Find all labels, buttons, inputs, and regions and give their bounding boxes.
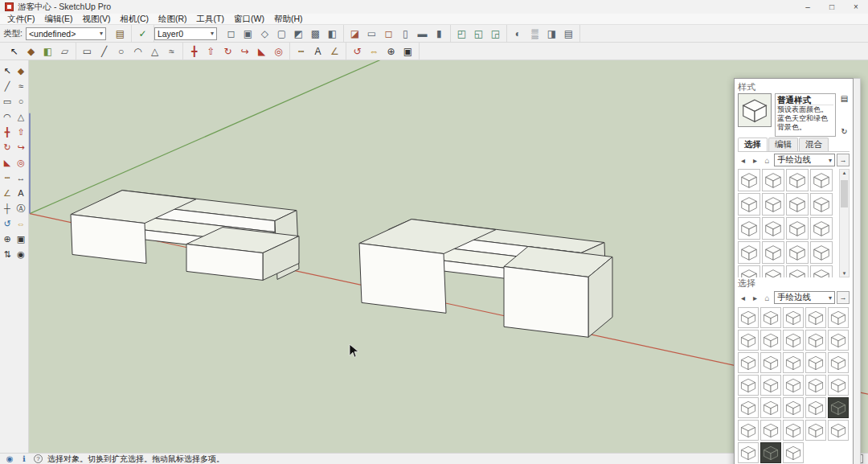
refresh-icon[interactable]: ↻ bbox=[841, 127, 847, 136]
style-collection-dropdown-1[interactable]: 手绘边线 ▾ bbox=[774, 154, 835, 166]
menu-file[interactable]: 文件(F) bbox=[2, 14, 39, 25]
make-component-icon[interactable]: ◆ bbox=[14, 64, 28, 78]
layer-dropdown[interactable]: Layer0 ▾ bbox=[154, 27, 217, 40]
polygon-icon[interactable]: △ bbox=[146, 43, 163, 59]
protractor-icon[interactable]: ∠ bbox=[326, 43, 343, 59]
shadows-toggle-icon[interactable]: ◐ bbox=[510, 26, 526, 41]
textured-mode-icon[interactable]: ▩ bbox=[307, 26, 324, 41]
rotate-icon[interactable]: ↻ bbox=[1, 140, 14, 154]
freehand-icon[interactable]: ≈ bbox=[14, 79, 28, 93]
rectangle-icon[interactable]: ▭ bbox=[79, 43, 96, 59]
style-thumbnail[interactable] bbox=[762, 217, 784, 240]
line-icon[interactable]: ╱ bbox=[1, 79, 14, 93]
section-cuts-icon[interactable]: ◱ bbox=[470, 26, 487, 41]
move-icon[interactable]: ╋ bbox=[186, 43, 203, 59]
arc-icon[interactable]: ◠ bbox=[1, 109, 14, 124]
scale-icon[interactable]: ◣ bbox=[1, 155, 14, 170]
style-thumbnail[interactable] bbox=[783, 330, 804, 351]
line-icon[interactable]: ╱ bbox=[96, 43, 113, 59]
zoom-extents-icon[interactable]: ▣ bbox=[14, 232, 28, 246]
style-thumbnail[interactable] bbox=[760, 397, 781, 418]
home-icon[interactable]: ⌂ bbox=[762, 294, 772, 302]
style-thumbnail[interactable] bbox=[760, 307, 781, 328]
iso-view-icon[interactable]: ◪ bbox=[346, 26, 363, 41]
style-thumbnail[interactable] bbox=[783, 307, 804, 328]
forward-arrow-icon[interactable]: ▸ bbox=[750, 156, 760, 165]
offset-icon[interactable]: ◎ bbox=[270, 43, 287, 59]
menu-window[interactable]: 窗口(W) bbox=[229, 14, 269, 25]
style-thumbnail[interactable] bbox=[828, 397, 849, 418]
polygon-icon[interactable]: △ bbox=[14, 109, 28, 124]
left-view-icon[interactable]: ▮ bbox=[431, 26, 448, 41]
right-view-icon[interactable]: ▯ bbox=[397, 26, 414, 41]
circle-icon[interactable]: ○ bbox=[14, 94, 28, 109]
info-icon[interactable]: ℹ bbox=[19, 454, 29, 463]
make-component-icon[interactable]: ◆ bbox=[23, 43, 39, 59]
follow-me-icon[interactable]: ↪ bbox=[14, 140, 28, 154]
style-thumbnail[interactable] bbox=[828, 420, 849, 441]
tape-measure-icon[interactable]: ┅ bbox=[293, 43, 309, 59]
style-thumbnail[interactable] bbox=[828, 330, 849, 351]
back-view-icon[interactable]: ▬ bbox=[414, 26, 431, 41]
orbit-icon[interactable]: ↺ bbox=[349, 43, 366, 59]
move-icon[interactable]: ╋ bbox=[1, 125, 14, 139]
top-view-icon[interactable]: ▭ bbox=[363, 26, 380, 41]
style-thumbnail[interactable] bbox=[805, 352, 826, 373]
model-right[interactable] bbox=[359, 220, 612, 338]
style-thumbnail[interactable] bbox=[762, 241, 784, 264]
shaded-mode-icon[interactable]: ◩ bbox=[290, 26, 307, 41]
style-thumbnail[interactable] bbox=[760, 442, 781, 463]
dimension-icon[interactable]: ↔ bbox=[14, 170, 28, 185]
style-thumbnail[interactable] bbox=[738, 442, 759, 463]
style-thumbnail[interactable] bbox=[760, 375, 781, 396]
close-button[interactable]: × bbox=[844, 0, 868, 14]
menu-edit[interactable]: 编辑(E) bbox=[39, 14, 77, 25]
scroll-up-icon[interactable]: ▴ bbox=[843, 170, 846, 176]
rectangle-icon[interactable]: ▭ bbox=[1, 94, 14, 109]
text-icon[interactable]: A bbox=[309, 43, 326, 59]
wireframe-mode-icon[interactable]: ◇ bbox=[256, 26, 273, 41]
back-arrow-icon[interactable]: ◂ bbox=[738, 156, 748, 165]
style-thumbnail[interactable] bbox=[760, 352, 781, 373]
style-thumbnail[interactable] bbox=[805, 397, 826, 418]
hidden-line-mode-icon[interactable]: ▢ bbox=[273, 26, 290, 41]
follow-me-icon[interactable]: ↪ bbox=[236, 43, 253, 59]
current-style-thumbnail[interactable] bbox=[738, 93, 772, 127]
scale-icon[interactable]: ◣ bbox=[253, 43, 270, 59]
paint-bucket-icon[interactable]: ◧ bbox=[39, 43, 56, 59]
circle-icon[interactable]: ○ bbox=[113, 43, 129, 59]
style-thumbnail[interactable] bbox=[762, 169, 784, 191]
monochrome-mode-icon[interactable]: ◧ bbox=[324, 26, 341, 41]
style-thumbnail[interactable] bbox=[783, 352, 804, 373]
style-thumbnail[interactable] bbox=[760, 420, 781, 441]
pan-icon[interactable]: ⇔ bbox=[366, 43, 383, 59]
style-name-field[interactable]: 普通样式 bbox=[777, 95, 833, 105]
style-thumbnail[interactable] bbox=[738, 217, 760, 240]
apply-style-icon[interactable]: ▤ bbox=[112, 26, 129, 41]
type-dropdown[interactable]: <undefined> ▾ bbox=[26, 27, 106, 40]
style-thumbnail[interactable] bbox=[760, 330, 781, 351]
tab-edit[interactable]: 编辑 bbox=[768, 138, 798, 151]
style-thumbnail[interactable] bbox=[783, 420, 804, 441]
style-thumbnail[interactable] bbox=[786, 265, 809, 277]
menu-draw[interactable]: 绘图(R) bbox=[154, 14, 192, 25]
rotate-icon[interactable]: ↻ bbox=[219, 43, 236, 59]
axes-icon[interactable]: ┼ bbox=[1, 201, 14, 216]
style-thumbnail[interactable] bbox=[810, 193, 833, 216]
look-around-icon[interactable]: ◉ bbox=[14, 247, 28, 261]
style-thumbnail[interactable] bbox=[786, 241, 809, 264]
fog-toggle-icon[interactable]: ▒ bbox=[526, 26, 543, 41]
pan-icon[interactable]: ⇔ bbox=[14, 216, 28, 231]
style-thumbnail[interactable] bbox=[810, 265, 833, 277]
scrollbar-thumb[interactable] bbox=[841, 180, 848, 207]
style-thumbnail[interactable] bbox=[786, 217, 809, 240]
style-thumbnail[interactable] bbox=[805, 420, 826, 441]
style-thumbnail[interactable] bbox=[738, 397, 759, 418]
details-menu-icon[interactable]: ▤ bbox=[841, 94, 848, 103]
zoom-icon[interactable]: ⊕ bbox=[383, 43, 399, 59]
styles-grid-scrollbar[interactable]: ▴ ▾ bbox=[839, 169, 850, 277]
style-thumbnail[interactable] bbox=[762, 193, 784, 216]
arc-icon[interactable]: ◠ bbox=[129, 43, 146, 59]
help-icon[interactable]: ? bbox=[34, 454, 43, 463]
menu-camera[interactable]: 相机(C) bbox=[115, 14, 154, 25]
